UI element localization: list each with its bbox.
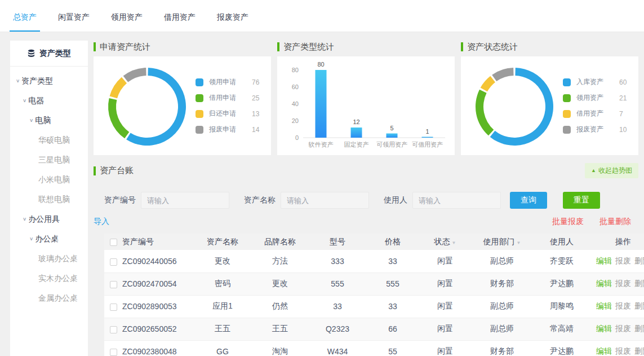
legend-label: 归还申请 [209, 109, 244, 118]
user-label: 使用人 [384, 195, 407, 205]
delete-link[interactable]: 删除 [634, 279, 644, 288]
delete-link[interactable]: 删除 [634, 256, 644, 265]
legend-color-chip [563, 78, 571, 86]
scrap-link[interactable]: 报废 [615, 346, 631, 355]
donut-slice-3 [123, 68, 146, 82]
tree-item-label: 办公桌 [35, 234, 59, 244]
row-checkbox[interactable] [110, 326, 117, 333]
legend-item: 借用资产7 [563, 109, 627, 118]
row-checkbox[interactable] [110, 349, 117, 356]
asset-code-input[interactable] [141, 192, 229, 209]
donut-slice-3 [492, 68, 513, 81]
column-header-2: 品牌名称 [251, 234, 309, 250]
legend-item: 借用申请25 [196, 93, 259, 103]
scrap-link[interactable]: 报废 [615, 324, 631, 333]
x-category-label: 固定资产 [344, 141, 368, 148]
cell-code: ZC0902890053 [122, 295, 194, 318]
filter-row: 资产编号 资产名称 使用人 查询 重置 [104, 192, 638, 209]
bar-1 [350, 128, 362, 138]
delete-link[interactable]: 删除 [634, 346, 644, 355]
tree-item-9[interactable]: 玻璃办公桌 [10, 249, 88, 269]
tree-item-11[interactable]: 金属办公桌 [10, 288, 88, 308]
legend-value: 21 [619, 94, 627, 102]
bar-value-label: 12 [353, 118, 359, 125]
scrap-link[interactable]: 报废 [615, 256, 631, 265]
tree-item-7[interactable]: ∨办公用具 [10, 209, 88, 229]
chevron-down-icon: ∨ [23, 98, 26, 103]
bar-value-label: 80 [317, 61, 324, 68]
scrap-link[interactable]: 报废 [615, 301, 631, 310]
delete-link[interactable]: 删除 [634, 324, 644, 333]
asset-type-bar-card: 02040608080软件资产12固定资产5可领用资产1可借用资产 [277, 56, 455, 155]
y-tick-label: 60 [291, 83, 298, 90]
cell-department: 财务部 [470, 340, 534, 356]
chevron-down-icon: ∨ [16, 78, 20, 83]
row-checkbox[interactable] [110, 281, 117, 288]
filter-icon[interactable]: ▼ [517, 240, 521, 245]
import-link[interactable]: 导入 [94, 217, 109, 227]
section-apply-asset-stats: 申请资产统计 领用申请76借用申请25归还申请13报废申请14 [94, 41, 271, 155]
x-category-label: 可借用资产 [412, 141, 443, 148]
cell-user: 常高靖 [534, 318, 590, 340]
cell-brand: 更改 [251, 273, 309, 295]
cell-actions: 编辑报废删除 [590, 250, 644, 273]
y-tick-label: 0 [295, 134, 298, 141]
row-checkbox[interactable] [110, 304, 117, 311]
edit-link[interactable]: 编辑 [596, 301, 612, 310]
cell-price: 33 [366, 250, 420, 273]
scrap-link[interactable]: 报废 [615, 279, 631, 288]
tab-received-assets[interactable]: 领用资产 [108, 3, 146, 32]
tree-item-label: 电器 [28, 96, 44, 106]
tree-item-3[interactable]: 华硕电脑 [10, 130, 88, 150]
legend-value: 7 [619, 110, 623, 118]
search-button[interactable]: 查询 [510, 192, 547, 209]
edit-link[interactable]: 编辑 [596, 256, 612, 265]
section-asset-type-stats: 资产类型统计 02040608080软件资产12固定资产5可领用资产1可借用资产 [277, 41, 455, 155]
cell-department: 副总师 [470, 295, 534, 318]
tree-item-0[interactable]: ∨资产类型 [10, 71, 88, 91]
cell-brand: 方法 [251, 250, 309, 273]
delete-link[interactable]: 删除 [634, 301, 644, 310]
column-label: 品牌名称 [264, 237, 296, 246]
tree-item-2[interactable]: ∨电脑 [10, 111, 88, 130]
asset-name-input[interactable] [281, 192, 369, 209]
table-header: 资产编号资产名称品牌名称型号价格状态▼使用部门▼使用人操作 [104, 234, 644, 250]
edit-link[interactable]: 编辑 [596, 346, 612, 355]
legend-value: 14 [252, 126, 259, 134]
reset-button[interactable]: 重置 [563, 192, 600, 209]
user-input[interactable] [412, 192, 501, 209]
tab-scrapped-assets[interactable]: 报废资产 [214, 3, 252, 32]
collapse-trend-button[interactable]: ▲ 收起趋势图 [585, 163, 638, 178]
tree-item-1[interactable]: ∨电器 [10, 91, 88, 111]
tree-item-5[interactable]: 小米电脑 [10, 170, 88, 190]
cell-price: 55 [366, 340, 420, 356]
cell-price: 66 [366, 318, 420, 340]
row-checkbox[interactable] [110, 258, 117, 266]
tree-item-4[interactable]: 三星电脑 [10, 150, 88, 170]
chevron-down-icon: ∨ [23, 217, 26, 222]
edit-link[interactable]: 编辑 [596, 324, 612, 333]
cell-brand: 仍然 [251, 295, 309, 318]
tab-idle-assets[interactable]: 闲置资产 [55, 3, 93, 32]
legend-label: 借用资产 [576, 109, 611, 118]
select-all-checkbox[interactable] [110, 239, 117, 246]
legend-color-chip [196, 126, 203, 134]
batch-links: 批量报废 批量删除 [552, 217, 631, 227]
tree-item-8[interactable]: ∨办公桌 [10, 229, 88, 249]
tree-item-10[interactable]: 实木办公桌 [10, 269, 88, 288]
sidebar-title: 资产类型 [39, 49, 71, 59]
filter-icon[interactable]: ▼ [452, 240, 456, 245]
section-title-bar [461, 42, 463, 51]
legend-label: 领用资产 [576, 93, 611, 103]
batch-scrap-link[interactable]: 批量报废 [552, 217, 584, 227]
legend-item: 领用资产21 [563, 93, 627, 103]
tab-total-assets[interactable]: 总资产 [10, 3, 40, 32]
edit-link[interactable]: 编辑 [596, 279, 612, 288]
section-title-text: 资产状态统计 [467, 42, 518, 52]
section-title-text: 申请资产统计 [100, 42, 150, 52]
tab-borrowed-assets[interactable]: 借用资产 [161, 3, 199, 32]
batch-delete-link[interactable]: 批量删除 [599, 217, 631, 227]
asset-table: 资产编号资产名称品牌名称型号价格状态▼使用部门▼使用人操作 ZC09024400… [104, 234, 644, 356]
table-row: ZC0902650052王五王五Q232366闲置副总师常高靖编辑报废删除 [104, 318, 644, 340]
tree-item-6[interactable]: 联想电脑 [10, 190, 88, 209]
